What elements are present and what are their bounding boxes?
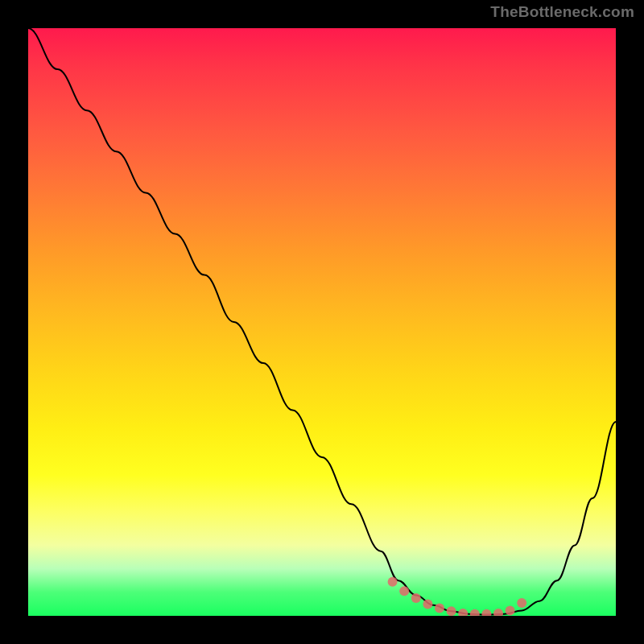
optimal-marker-dot	[435, 604, 444, 613]
optimal-marker-dot	[470, 609, 480, 616]
chart-plot-area	[28, 28, 616, 616]
optimal-marker-dot	[481, 609, 491, 616]
bottleneck-chart-svg	[28, 28, 616, 616]
optimal-marker-dot	[458, 609, 468, 616]
optimal-marker-dot	[493, 609, 503, 616]
optimal-marker-dot	[411, 593, 421, 603]
optimal-range-markers	[388, 577, 527, 616]
optimal-marker-dot	[447, 606, 456, 616]
attribution-label: TheBottleneck.com	[490, 3, 634, 21]
bottleneck-curve-line	[28, 28, 616, 615]
optimal-marker-dot	[423, 599, 432, 609]
optimal-marker-dot	[506, 605, 515, 615]
optimal-marker-dot	[399, 586, 409, 596]
optimal-marker-dot	[517, 598, 526, 608]
optimal-marker-dot	[388, 577, 398, 587]
